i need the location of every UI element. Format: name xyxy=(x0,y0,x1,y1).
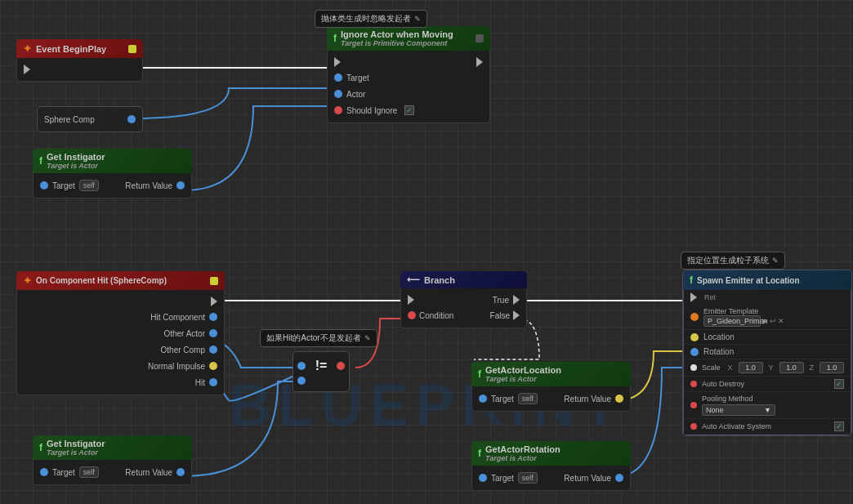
self-tag: self xyxy=(518,472,538,484)
neq-output xyxy=(337,362,345,370)
scale-y-input[interactable]: 1.0 xyxy=(779,362,804,373)
auto-destroy-pin xyxy=(690,381,697,387)
self-tag: self xyxy=(79,466,99,478)
on-component-hit-exec xyxy=(17,294,224,309)
ignore-actor-header: f Ignore Actor when Moving Target is Pri… xyxy=(327,26,490,51)
exec-out-pin xyxy=(211,297,217,306)
scale-x-input[interactable]: 1.0 xyxy=(739,362,763,373)
ignore-actor-exec-in xyxy=(334,57,341,67)
normal-impulse-row: Normal Impulse xyxy=(17,358,224,374)
auto-activate-row: Auto Activate System ✓ xyxy=(684,419,851,435)
get-instigator-top-node: f Get Instigator Target is Actor Target … xyxy=(33,149,192,198)
auto-destroy-row: Auto Destroy ✓ xyxy=(684,377,851,392)
neq-input-b xyxy=(297,377,306,385)
ignore-actor-actor-row: Actor xyxy=(328,86,489,102)
return-pin xyxy=(176,468,185,476)
hit-row: Hit xyxy=(17,374,224,390)
other-actor-pin xyxy=(209,329,217,337)
rotation-pin xyxy=(690,348,699,356)
get-instigator-bottom-target-row: Target self Return Value xyxy=(33,464,191,480)
hit-component-row: Hit Component xyxy=(17,309,224,325)
spawn-emitter-panel: f Spawn Emitter at Location Ret Emitter … xyxy=(682,270,852,436)
sphere-comp-body: Sphere Comp xyxy=(37,106,143,132)
event-begin-play-header: ✦ Event BeginPlay xyxy=(16,39,143,58)
self-tag: self xyxy=(518,393,538,404)
return-pin xyxy=(615,474,623,482)
get-actor-location-node: f GetActorLocation Target is Actor Targe… xyxy=(471,362,631,412)
annotation-hit-actor: 如果Hit的Actor不是发起者 xyxy=(260,329,377,347)
sphere-comp-row: Sphere Comp xyxy=(38,111,142,127)
branch-body: True Condition False xyxy=(400,288,527,328)
ignore-actor-node: f Ignore Actor when Moving Target is Pri… xyxy=(327,26,490,123)
spawn-exec-in xyxy=(690,292,697,302)
pooling-method-pin xyxy=(690,402,697,408)
hit-component-pin xyxy=(209,313,217,321)
ignore-actor-target-row: Target xyxy=(328,69,489,86)
get-instigator-bottom-header: f Get Instigator Target is Actor xyxy=(33,435,192,460)
normal-impulse-pin xyxy=(209,362,217,370)
scale-pin xyxy=(690,364,697,371)
actor-pin xyxy=(334,90,342,98)
branch-header: ⟵ Branch xyxy=(400,271,527,288)
ignore-actor-body: Target Actor Should Ignore ✓ xyxy=(327,51,490,123)
branch-exec-row: True xyxy=(401,292,526,307)
scale-row: Scale X 1.0 Y 1.0 Z 1.0 xyxy=(684,359,851,377)
neq-input-a xyxy=(297,362,306,370)
on-component-hit-body: Hit Component Other Actor Other Comp Nor… xyxy=(16,290,225,395)
branch-exec-in xyxy=(408,295,414,305)
get-actor-rotation-node: f GetActorRotation Target is Actor Targe… xyxy=(471,441,631,491)
sphere-comp-node: Sphere Comp xyxy=(37,106,143,132)
other-comp-row: Other Comp xyxy=(17,341,224,358)
get-instigator-top-target-row: Target self Return Value xyxy=(33,177,191,194)
location-pin xyxy=(690,333,699,341)
return-pin xyxy=(176,181,185,190)
exec-out-pin xyxy=(24,65,30,74)
other-comp-pin xyxy=(209,346,217,354)
sphere-comp-pin xyxy=(127,115,136,123)
auto-destroy-checkbox[interactable]: ✓ xyxy=(834,379,844,389)
rotation-row: Rotation xyxy=(684,345,851,359)
event-begin-play-node: ✦ Event BeginPlay xyxy=(16,39,143,82)
condition-pin xyxy=(408,311,416,319)
spawn-emitter-body: Ret Emitter Template P_Gideon_Priman ▶ ↩… xyxy=(683,290,851,435)
event-begin-play-exec xyxy=(17,62,142,77)
emitter-template-input[interactable]: P_Gideon_Priman xyxy=(703,315,761,327)
other-actor-row: Other Actor xyxy=(17,325,224,341)
spawn-emitter-header: f Spawn Emitter at Location xyxy=(683,270,851,290)
on-component-hit-node: ✦ On Component Hit (SphereComp) Hit Comp… xyxy=(16,271,225,395)
return-pin xyxy=(615,395,623,403)
emitter-template-row: Emitter Template P_Gideon_Priman ▶ ↩ ✕ xyxy=(684,305,851,330)
annotation-spawn-particle: 指定位置生成粒子系统 xyxy=(681,252,785,270)
target-pin xyxy=(40,468,48,476)
auto-activate-pin xyxy=(690,423,697,430)
auto-activate-checkbox[interactable]: ✓ xyxy=(834,421,844,431)
annotation-ignore-actor: 抛体类生成时忽略发起者 xyxy=(315,10,427,28)
target-pin xyxy=(479,474,487,482)
hit-pin xyxy=(209,378,217,386)
get-instigator-top-body: Target self Return Value xyxy=(33,173,192,198)
scale-z-input[interactable]: 1.0 xyxy=(820,362,844,373)
branch-node: ⟵ Branch True Condition False xyxy=(400,271,527,328)
neq-symbol: != xyxy=(315,359,328,373)
ignore-actor-should-ignore-row: Should Ignore ✓ xyxy=(328,102,489,118)
emitter-template-pin xyxy=(690,313,699,321)
target-pin xyxy=(40,181,48,190)
get-instigator-bottom-node: f Get Instigator Target is Actor Target … xyxy=(33,435,192,485)
branch-true-pin xyxy=(513,295,520,305)
should-ignore-checkbox[interactable]: ✓ xyxy=(404,105,414,115)
get-instigator-bottom-body: Target self Return Value xyxy=(33,460,192,485)
location-row: Location xyxy=(684,330,851,345)
get-actor-location-target-row: Target self Return Value xyxy=(472,390,630,407)
get-actor-location-header: f GetActorLocation Target is Actor xyxy=(471,362,631,386)
get-instigator-top-header: f Get Instigator Target is Actor xyxy=(33,149,192,173)
on-component-hit-header: ✦ On Component Hit (SphereComp) xyxy=(16,271,225,290)
target-pin xyxy=(479,395,487,403)
should-ignore-pin xyxy=(334,106,342,114)
branch-false-pin xyxy=(513,310,520,320)
ignore-actor-exec-row xyxy=(328,55,489,69)
pooling-method-dropdown[interactable]: None ▼ xyxy=(702,404,775,416)
pooling-method-row: Pooling Method None ▼ xyxy=(684,392,851,419)
ignore-actor-exec-out xyxy=(476,57,483,67)
not-equal-node: != xyxy=(293,351,350,392)
get-actor-rotation-target-row: Target self Return Value xyxy=(472,470,630,486)
